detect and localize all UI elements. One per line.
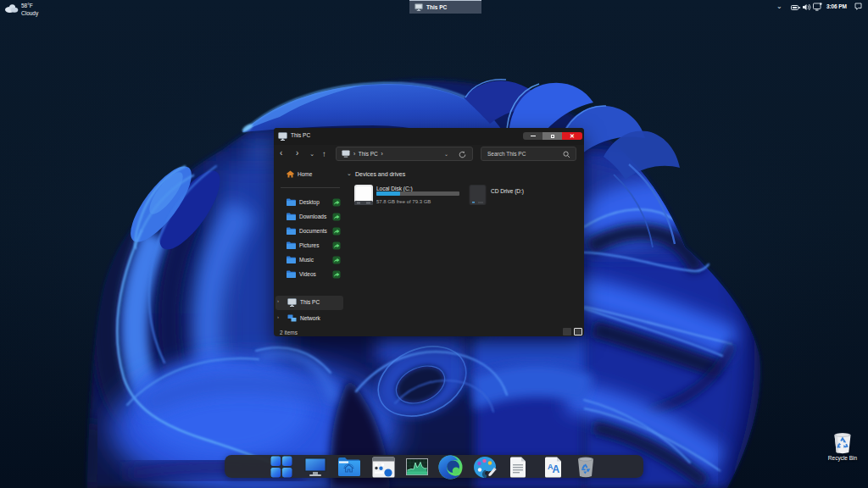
svg-text:A: A xyxy=(553,463,560,475)
